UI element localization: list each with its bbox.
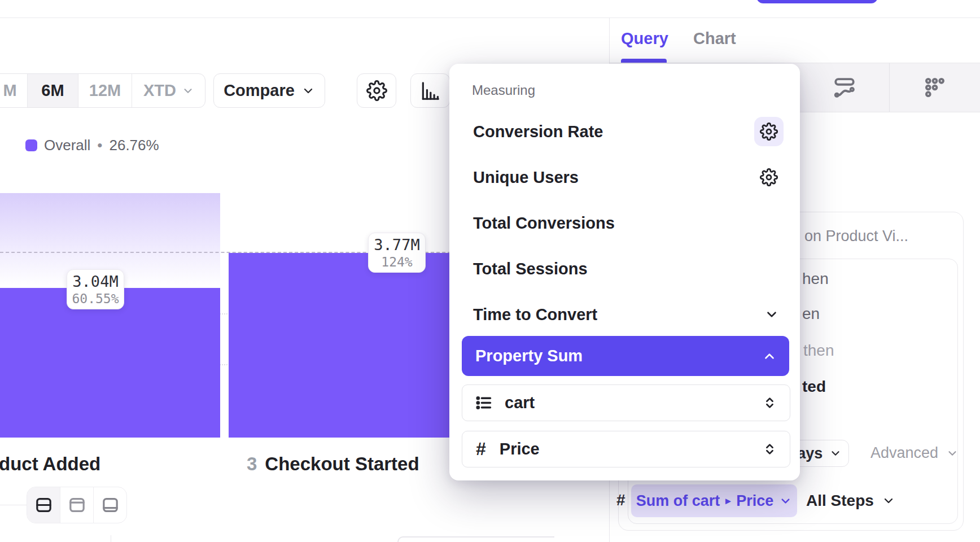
legend[interactable]: Overall • 26.76%	[25, 138, 159, 152]
step-label-checkout-started: 3Checkout Started	[247, 453, 419, 475]
step-connector-fragment: then	[803, 342, 834, 360]
divider	[111, 535, 111, 542]
table-corner	[397, 536, 554, 542]
time-range-m[interactable]: M	[0, 74, 28, 107]
number-icon: #	[476, 439, 486, 460]
property-selector[interactable]: # Price	[462, 431, 790, 467]
gear-icon[interactable]	[760, 168, 778, 186]
time-range-12m[interactable]: 12M	[78, 74, 132, 107]
measurement-chip[interactable]: Sum of cart ▸ Price	[631, 484, 797, 517]
flow-chart-icon	[833, 76, 856, 99]
legend-value: 26.76%	[109, 137, 159, 154]
view-split-button[interactable]	[27, 487, 60, 523]
all-steps-dropdown[interactable]: All Steps	[806, 485, 895, 517]
metrics-tool-button[interactable]	[890, 63, 980, 112]
value-card-product-added[interactable]: 3.04M 60.55%	[67, 269, 124, 309]
menu-item-time-to-convert[interactable]: Time to Convert	[458, 292, 791, 337]
compare-button[interactable]: Compare	[213, 73, 325, 108]
bar-chart-icon	[419, 80, 441, 102]
chevron-down-icon	[779, 495, 792, 508]
legend-separator: •	[97, 137, 102, 154]
menu-item-unique-users[interactable]: Unique Users	[458, 155, 791, 200]
up-down-selector-icon	[762, 395, 777, 410]
menu-item-conversion-rate[interactable]: Conversion Rate	[458, 109, 791, 154]
step-row-fragment: en	[802, 305, 820, 323]
chart-settings-button[interactable]	[357, 73, 396, 108]
up-down-selector-icon	[762, 442, 777, 457]
top-view-icon	[67, 495, 87, 515]
chevron-down-icon	[946, 447, 959, 460]
time-range-group: M 6M 12M XTD	[0, 73, 205, 108]
legend-series: Overall	[44, 137, 90, 154]
tab-query[interactable]: Query	[621, 29, 668, 48]
menu-item-total-sessions[interactable]: Total Sessions	[458, 246, 791, 291]
flow-tool-button[interactable]	[800, 63, 889, 112]
menu-item-total-conversions[interactable]: Total Conversions	[458, 200, 791, 246]
divider	[889, 63, 890, 112]
menu-item-property-sum-selected[interactable]: Property Sum	[462, 336, 789, 376]
chevron-down-icon	[182, 85, 194, 97]
bottom-view-icon	[100, 495, 120, 515]
step-row-fragment: ted	[802, 378, 826, 396]
chevron-up-icon	[762, 349, 777, 364]
view-top-button[interactable]	[60, 487, 94, 523]
time-range-6m[interactable]: 6M	[28, 74, 78, 107]
legend-swatch	[25, 139, 37, 151]
breadcrumb-arrow: ▸	[725, 495, 730, 507]
chart-type-button[interactable]	[410, 73, 450, 108]
chevron-down-icon	[829, 447, 842, 460]
query-card-title: on Product Vi...	[804, 228, 908, 245]
property-type-selector[interactable]: cart	[462, 384, 790, 421]
primary-action-button[interactable]	[756, 0, 878, 3]
value-card-checkout-started[interactable]: 3.77M 124%	[368, 233, 426, 273]
view-bottom-button[interactable]	[94, 487, 126, 523]
advanced-button[interactable]: Advanced	[870, 444, 959, 462]
list-icon	[475, 394, 493, 412]
tab-chart[interactable]: Chart	[693, 29, 736, 48]
breakdown-view-switcher	[27, 487, 127, 523]
step-label-product-added: duct Added	[0, 453, 100, 475]
split-view-icon	[34, 495, 54, 515]
divider	[0, 505, 27, 505]
dropdown-title: Measuring	[472, 82, 535, 98]
time-range-xtd[interactable]: XTD	[132, 74, 205, 107]
chevron-down-icon	[301, 84, 315, 98]
chevron-down-icon	[764, 307, 779, 322]
step-row-fragment: hen	[802, 270, 829, 288]
funnel-bar-product-added[interactable]	[0, 288, 220, 438]
gear-icon[interactable]	[760, 123, 778, 141]
chevron-down-icon	[882, 494, 895, 508]
dots-grid-icon	[924, 76, 946, 99]
app-screen: M 6M 12M XTD Compare Overall • 26.76%	[0, 0, 980, 542]
number-type-symbol: #	[616, 491, 625, 509]
gear-icon	[366, 80, 387, 101]
